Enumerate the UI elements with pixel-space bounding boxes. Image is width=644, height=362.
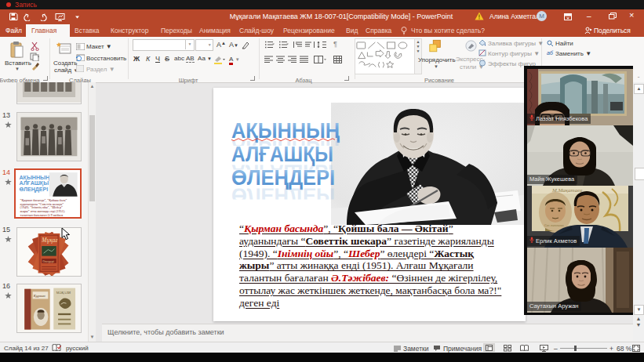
- svg-text:талантын бағалаған Ә.Тәжібаев: талантын бағалаған Ә.Тәжібаев: [20, 214, 64, 217]
- svg-text:ауданындағы “Советтік шекара”: ауданындағы “Советтік шекара”: [20, 202, 64, 206]
- svg-text:Құрман: Құрман: [33, 294, 46, 298]
- svg-text:АЛҒАШҚЫ: АЛҒАШҚЫ: [231, 143, 333, 166]
- svg-text:МӘҚАЛИ: МӘҚАЛИ: [56, 291, 71, 295]
- svg-text:АҚЫННЫҢ: АҚЫННЫҢ: [19, 175, 49, 181]
- svg-text:Мұқағ: Мұқағ: [41, 237, 57, 244]
- svg-text:Өлеңдері: Өлеңдері: [42, 260, 54, 263]
- svg-text:жыры” атты жинаққа енді (1951): жыры” атты жинаққа енді (1951).: [20, 210, 65, 213]
- svg-text:АЛҒАШҚЫ: АЛҒАШҚЫ: [19, 181, 49, 187]
- svg-text:Сен жетпеген: Сен жетпеген: [544, 223, 564, 227]
- svg-text:ӨЛЕҢДЕРІ: ӨЛЕҢДЕРІ: [19, 187, 48, 194]
